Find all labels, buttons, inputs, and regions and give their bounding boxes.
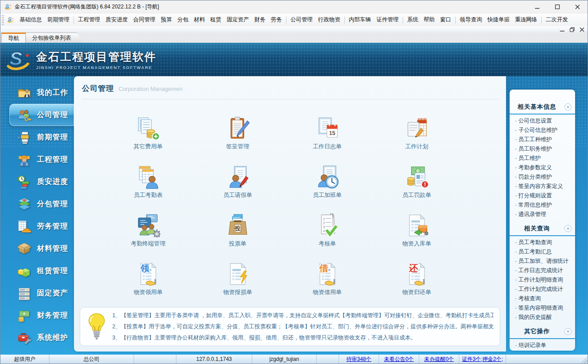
menu-item[interactable]: 快捷单据 (485, 14, 512, 26)
tab-active[interactable]: 导航 (1, 33, 26, 43)
panel-item[interactable]: 常用信息维护 (510, 200, 575, 210)
grid-item-ballot[interactable]: 投 投票单 (193, 203, 282, 251)
sidebar-item-my-work[interactable]: 我的工作 (0, 82, 74, 104)
grid-item-work-plan[interactable]: 工作计划 (372, 106, 461, 154)
panel-item[interactable]: 工作计划完成统计 (510, 285, 575, 294)
grid-item-label: 物资借用单 (313, 288, 342, 296)
grid-item-assessment[interactable]: 1234 考核单 (282, 203, 372, 251)
panel-item[interactable]: 签呈内容方案定义 (510, 182, 575, 191)
grid-item-leave-request[interactable]: 员工请假单 (193, 154, 282, 203)
panel-item[interactable]: 工作日志完成统计 (510, 266, 575, 275)
sidebar-item-engineering[interactable]: 工程管理 (0, 148, 74, 171)
panel-section-header[interactable]: 相关查询 « (510, 222, 575, 236)
panel-item[interactable]: 签呈内容明细查询 (510, 303, 575, 313)
menu-item[interactable]: 领导查询 (457, 14, 485, 26)
menu-item[interactable]: 系统 (404, 14, 421, 26)
grid-item-material-return[interactable]: 还 物资归还单 (372, 251, 461, 300)
menu-item[interactable]: 证件管理 (374, 14, 401, 26)
sidebar-item-labor[interactable]: 劳务管理 (0, 215, 74, 237)
panel-item[interactable]: 罚款分类维护 (510, 172, 575, 182)
sidebar-item-quality-progress[interactable]: 质安进度 (0, 171, 74, 193)
menu-item[interactable]: 行政物资 (315, 14, 343, 26)
menu-item[interactable]: 前期管理 (45, 14, 72, 26)
panel-item[interactable]: 员工考勤查询 (510, 238, 575, 247)
sidebar-item-subcontract[interactable]: 分包管理 (0, 193, 74, 215)
panel-item[interactable]: 员工维护 (510, 154, 575, 163)
mdi-close-button[interactable] (579, 27, 585, 32)
resize-grip[interactable] (581, 357, 587, 363)
panel-item[interactable]: 公司信息设置 (510, 116, 575, 126)
tips-panel: 1、【签呈管理】主要用于各类申请 ，如用章、员工入职、开票申请等，支持自定义单据… (80, 307, 500, 346)
menu-item[interactable]: 预算 (158, 14, 175, 26)
toolbar-grip[interactable] (2, 15, 4, 25)
menu-item[interactable]: 二次开发 (543, 14, 571, 26)
status-link[interactable]: 证件3个;押金2个; (459, 355, 506, 364)
sidebar-item-leasing[interactable]: 租赁管理 (0, 260, 74, 282)
maximize-button[interactable] (547, 0, 568, 13)
menu-item[interactable]: 合同管理 (131, 14, 158, 26)
sidebar-item-material[interactable]: 材料管理 (0, 237, 74, 260)
menu-item[interactable]: 材料 (191, 14, 208, 26)
panel-item[interactable]: 考勤参数定义 (510, 163, 575, 172)
status-link[interactable]: 未看公告0个 (379, 355, 419, 364)
sidebar-item-company-mgmt[interactable]: 公司管理 (9, 104, 74, 126)
menu-item[interactable]: 窗口 (437, 14, 454, 26)
menu-item[interactable]: 基础信息 (17, 14, 45, 26)
menu-item[interactable]: 帮助 (421, 14, 437, 26)
panel-item[interactable]: 培训记录单 (510, 341, 575, 350)
panel-section-header[interactable]: 相关基本信息 « (510, 100, 575, 115)
sidebar-item-pre-project[interactable]: 前期管理 (0, 126, 74, 148)
menu-item[interactable]: 公司管理 (288, 14, 315, 26)
menu-item[interactable]: 分包 (175, 14, 191, 26)
panel-item[interactable]: 员工工种维护 (510, 135, 575, 144)
mdi-minimize-button[interactable] (559, 27, 565, 32)
menu-item[interactable]: 重连网络 (512, 14, 540, 26)
panel-item[interactable]: 工资归集单 (510, 350, 575, 351)
tab-inactive[interactable]: 分包验收单列表 (26, 33, 82, 43)
panel-item[interactable]: 员工职务维护 (510, 144, 575, 154)
menu-separator (74, 16, 74, 24)
menu-item[interactable]: 财务 (252, 14, 268, 26)
minimize-button[interactable] (527, 0, 547, 13)
panel-item[interactable]: 员工加班、请假统计 (510, 257, 575, 266)
menu-item[interactable]: 劳务 (268, 14, 285, 26)
collapse-chevron-icon[interactable]: « (564, 103, 572, 110)
sidebar-item-fixed-assets[interactable]: 固定资产 (0, 282, 74, 304)
grid-item-overtime[interactable]: 员工加班单 (282, 154, 372, 203)
collapse-chevron-icon[interactable]: « (564, 328, 572, 335)
main-area: 我的工作 公司管理 前期管理 工程管理 质安进度 分包管理 劳务管理 (0, 76, 588, 354)
status-link[interactable]: 待审348个 (339, 355, 379, 364)
panel-item[interactable]: 员工考勤汇总 (510, 247, 575, 257)
panel-section-header[interactable]: 其它操作 « (510, 325, 575, 339)
panel-item[interactable]: 通讯录管理 (510, 210, 575, 219)
menu-item[interactable]: 租赁 (208, 14, 224, 26)
mdi-restore-button[interactable] (569, 27, 575, 32)
panel-item[interactable]: 打分规则设置 (510, 191, 575, 200)
menu-item[interactable]: 工程管理 (75, 14, 103, 26)
collapse-chevron-icon[interactable]: « (564, 225, 572, 232)
grid-item-other-expense[interactable]: 其它费用单 (103, 106, 193, 154)
panel-item[interactable]: 我的历史提醒 (510, 313, 575, 322)
menu-item[interactable]: 固定资产 (224, 14, 252, 26)
sidebar-item-finance[interactable]: 财务管理 (0, 304, 74, 327)
panel-item[interactable]: 考核查询 (510, 294, 575, 303)
grid-item-material-borrow[interactable]: 借 物资借用单 (282, 251, 372, 300)
grid-item-approval-mgmt[interactable]: 签呈管理 (193, 106, 282, 154)
grid-item-material-damage[interactable]: 物资报损单 (193, 251, 282, 300)
panel-section: 相关基本信息 « 公司信息设置子公司信息维护员工工种维护员工职务维护员工维护考勤… (510, 100, 575, 219)
panel-item[interactable]: 工作计划明细查询 (510, 275, 575, 285)
close-button[interactable] (568, 0, 588, 13)
grid-item-employee-fine[interactable]: ! 员工罚款单 (372, 154, 461, 203)
menu-item[interactable]: 内部车辆 (346, 14, 374, 26)
grid-item-attendance-sheet[interactable]: 员工考勤表 (103, 154, 193, 203)
menu-separator (455, 16, 456, 24)
status-link[interactable]: 未办提醒0个 (419, 355, 459, 364)
grid-item-attendance-terminal[interactable]: 考勤终端管理 (103, 203, 193, 251)
menu-item[interactable]: 质安进度 (103, 14, 131, 26)
sidebar-item-system-maintenance[interactable]: 系统维护 (0, 327, 74, 349)
grid-item-material-in[interactable]: 物资入库单 (372, 203, 461, 251)
grid-item-material-requisition[interactable]: 领 物资领用单 (103, 251, 193, 300)
svg-text:投: 投 (234, 225, 241, 232)
grid-item-work-log[interactable]: 15 工作日志单 (282, 106, 372, 154)
panel-item[interactable]: 子公司信息维护 (510, 126, 575, 135)
